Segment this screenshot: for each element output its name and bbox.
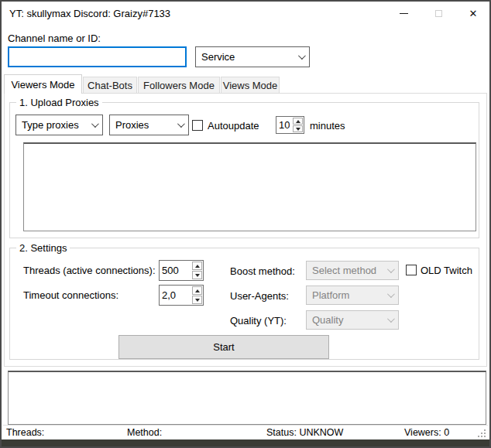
- threads-spinner-up[interactable]: [192, 262, 202, 270]
- tab-label: Views Mode: [223, 80, 278, 91]
- autoupdate-checkbox[interactable]: [192, 120, 203, 131]
- status-bar: Threads: Method: Status: UNKNOW Viewers:…: [3, 425, 488, 439]
- quality-label: Quality (YT):: [230, 315, 287, 327]
- chevron-down-icon: [387, 315, 395, 323]
- status-threads: Threads:: [6, 427, 44, 438]
- chevron-down-icon: [91, 120, 99, 128]
- interval-spinner[interactable]: [276, 116, 304, 134]
- log-output[interactable]: [8, 371, 486, 425]
- boost-method-label: Boost method:: [230, 265, 295, 277]
- threads-label: Threads (active connections):: [23, 265, 156, 276]
- boost-method-select: Select method: [306, 261, 399, 280]
- chevron-down-icon: [387, 265, 395, 273]
- timeout-spinner[interactable]: [159, 285, 204, 306]
- interval-spinner-down[interactable]: [293, 125, 303, 132]
- timeout-spinner-down[interactable]: [192, 296, 202, 304]
- window-title: YT: skullymax Discord: Graizy#7133: [9, 8, 170, 19]
- user-agents-label: User-Agents:: [230, 290, 289, 302]
- service-select-value: Service: [201, 51, 295, 63]
- interval-spinner-up[interactable]: [293, 118, 303, 125]
- channel-label: Channel name or ID:: [8, 32, 101, 44]
- resize-grip[interactable]: [479, 430, 486, 437]
- threads-spinner-down[interactable]: [192, 271, 202, 279]
- tab-chat-bots[interactable]: Chat-Bots: [83, 77, 137, 93]
- upload-proxies-title: 1. Upload Proxies: [16, 97, 102, 108]
- proxy-list[interactable]: [23, 142, 476, 231]
- service-select[interactable]: Service: [195, 46, 310, 67]
- quality-select: Quality: [306, 310, 399, 330]
- status-method: Method:: [127, 427, 162, 438]
- tab-label: Followers Mode: [143, 80, 215, 91]
- close-button[interactable]: ✕: [458, 2, 489, 25]
- timeout-spinner-buttons: [191, 286, 203, 305]
- grip-dot: [484, 433, 486, 434]
- start-button-label: Start: [213, 341, 234, 353]
- proxies-value: Proxies: [115, 119, 174, 131]
- grip-dot: [484, 436, 486, 437]
- user-agents-value: Platform: [312, 289, 384, 301]
- app-window: YT: skullymax Discord: Graizy#7133 ✕ Cha…: [0, 0, 491, 448]
- tab-label: Chat-Bots: [88, 80, 132, 91]
- old-twitch-checkbox[interactable]: [406, 265, 417, 275]
- boost-method-value: Select method: [312, 265, 384, 276]
- grip-dot: [484, 429, 486, 431]
- tab-viewers-mode[interactable]: Viewers Mode: [4, 74, 82, 94]
- interval-spinner-buttons: [292, 117, 304, 133]
- threads-spinner-buttons: [191, 261, 203, 280]
- arrow-down-icon: [195, 299, 200, 302]
- arrow-down-icon: [195, 274, 200, 277]
- settings-title: 2. Settings: [16, 242, 70, 254]
- timeout-label: Timeout connections:: [23, 289, 118, 301]
- timeout-spinner-up[interactable]: [192, 286, 202, 295]
- old-twitch-label: OLD Twitch: [421, 265, 472, 276]
- threads-spinner[interactable]: [159, 260, 204, 281]
- timeout-input[interactable]: [160, 286, 191, 305]
- user-agents-select: Platform: [306, 286, 399, 305]
- chevron-down-icon: [387, 290, 395, 298]
- threads-input[interactable]: [160, 261, 191, 280]
- grip-dot: [478, 436, 479, 437]
- arrow-up-icon: [296, 120, 300, 123]
- quality-value: Quality: [312, 314, 384, 326]
- tab-label: Viewers Mode: [11, 79, 74, 91]
- minimize-button[interactable]: [388, 2, 419, 25]
- status-viewers: Viewers: 0: [404, 427, 449, 438]
- close-icon: ✕: [469, 9, 478, 19]
- chevron-down-icon: [177, 120, 185, 128]
- grip-dot: [481, 433, 482, 434]
- channel-input[interactable]: [8, 46, 187, 67]
- proxies-select[interactable]: Proxies: [109, 115, 189, 135]
- arrow-up-icon: [195, 289, 200, 292]
- maximize-icon: [435, 10, 442, 17]
- start-button[interactable]: Start: [118, 335, 329, 359]
- arrow-down-icon: [296, 128, 300, 131]
- chevron-down-icon: [298, 52, 306, 60]
- tab-views-mode[interactable]: Views Mode: [221, 77, 280, 93]
- interval-input[interactable]: [276, 117, 292, 133]
- grip-dot: [481, 436, 482, 437]
- autoupdate-label: Autoupdate: [208, 120, 259, 132]
- type-proxies-select[interactable]: Type proxies: [15, 115, 103, 135]
- type-proxies-value: Type proxies: [22, 119, 88, 131]
- window-bottom-edge: [2, 439, 489, 446]
- minutes-label: minutes: [310, 120, 345, 132]
- maximize-button: [423, 2, 454, 25]
- arrow-up-icon: [195, 265, 200, 268]
- minimize-icon: [400, 13, 408, 14]
- status-status: Status: UNKNOW: [266, 427, 343, 438]
- tab-followers-mode[interactable]: Followers Mode: [138, 77, 220, 93]
